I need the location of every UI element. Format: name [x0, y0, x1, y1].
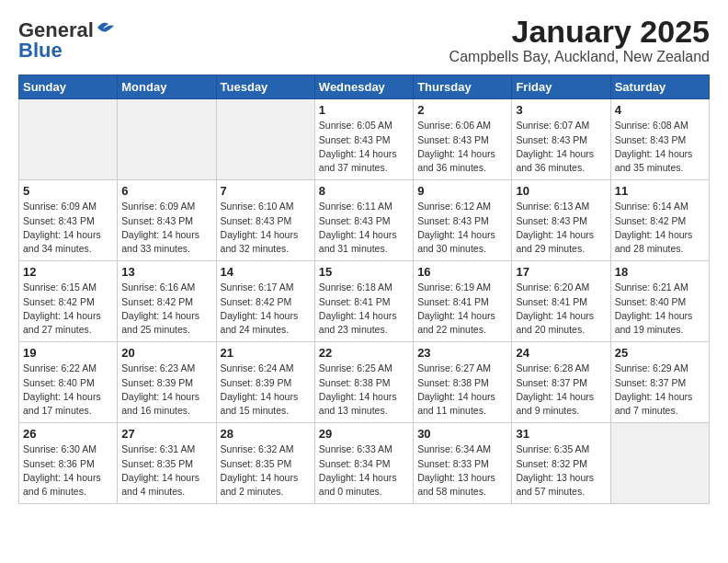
day-cell: 7Sunrise: 6:10 AM Sunset: 8:43 PM Daylig… [216, 180, 314, 261]
day-info: Sunrise: 6:09 AM Sunset: 8:43 PM Dayligh… [23, 200, 113, 256]
day-info: Sunrise: 6:09 AM Sunset: 8:43 PM Dayligh… [121, 200, 211, 256]
day-cell: 10Sunrise: 6:13 AM Sunset: 8:43 PM Dayli… [512, 180, 610, 261]
day-cell: 26Sunrise: 6:30 AM Sunset: 8:36 PM Dayli… [19, 423, 118, 504]
day-number: 4 [615, 103, 705, 117]
day-number: 14 [221, 265, 311, 279]
day-cell: 1Sunrise: 6:05 AM Sunset: 8:43 PM Daylig… [314, 99, 413, 180]
day-number: 6 [121, 184, 211, 198]
day-number: 21 [221, 346, 311, 360]
day-cell: 5Sunrise: 6:09 AM Sunset: 8:43 PM Daylig… [19, 180, 118, 261]
day-number: 2 [417, 103, 507, 117]
day-cell: 11Sunrise: 6:14 AM Sunset: 8:42 PM Dayli… [610, 180, 709, 261]
day-cell [610, 423, 709, 504]
day-cell: 31Sunrise: 6:35 AM Sunset: 8:32 PM Dayli… [512, 423, 610, 504]
day-number: 26 [23, 427, 113, 441]
day-number: 13 [121, 265, 211, 279]
day-number: 31 [516, 427, 606, 441]
day-number: 20 [121, 346, 211, 360]
col-header-sunday: Sunday [19, 75, 118, 99]
day-info: Sunrise: 6:35 AM Sunset: 8:32 PM Dayligh… [516, 442, 606, 499]
day-info: Sunrise: 6:11 AM Sunset: 8:43 PM Dayligh… [319, 200, 409, 256]
day-info: Sunrise: 6:17 AM Sunset: 8:42 PM Dayligh… [221, 281, 311, 337]
col-header-saturday: Saturday [610, 75, 709, 99]
day-info: Sunrise: 6:19 AM Sunset: 8:41 PM Dayligh… [417, 281, 507, 337]
day-number: 27 [121, 427, 211, 441]
day-cell: 19Sunrise: 6:22 AM Sunset: 8:40 PM Dayli… [19, 342, 118, 423]
day-info: Sunrise: 6:20 AM Sunset: 8:41 PM Dayligh… [516, 281, 606, 337]
day-number: 1 [319, 103, 409, 117]
day-number: 30 [417, 427, 507, 441]
day-info: Sunrise: 6:16 AM Sunset: 8:42 PM Dayligh… [121, 281, 211, 337]
day-number: 12 [23, 265, 113, 279]
day-number: 23 [417, 346, 507, 360]
day-number: 7 [221, 184, 311, 198]
page-header: General Blue January 2025 Campbells Bay,… [18, 15, 710, 65]
calendar-table: SundayMondayTuesdayWednesdayThursdayFrid… [18, 75, 710, 504]
logo-blue-text: Blue [18, 39, 63, 63]
week-row-5: 26Sunrise: 6:30 AM Sunset: 8:36 PM Dayli… [19, 423, 710, 504]
day-cell: 30Sunrise: 6:34 AM Sunset: 8:33 PM Dayli… [414, 423, 512, 504]
day-cell [216, 99, 314, 180]
week-row-1: 1Sunrise: 6:05 AM Sunset: 8:43 PM Daylig… [19, 99, 710, 180]
day-info: Sunrise: 6:07 AM Sunset: 8:43 PM Dayligh… [516, 119, 606, 175]
day-cell [19, 99, 118, 180]
day-number: 24 [516, 346, 606, 360]
day-info: Sunrise: 6:18 AM Sunset: 8:41 PM Dayligh… [319, 281, 409, 337]
day-cell: 23Sunrise: 6:27 AM Sunset: 8:38 PM Dayli… [414, 342, 512, 423]
day-info: Sunrise: 6:29 AM Sunset: 8:37 PM Dayligh… [615, 362, 705, 418]
day-number: 16 [417, 265, 507, 279]
col-header-wednesday: Wednesday [314, 75, 413, 99]
day-cell: 14Sunrise: 6:17 AM Sunset: 8:42 PM Dayli… [216, 261, 314, 342]
day-info: Sunrise: 6:31 AM Sunset: 8:35 PM Dayligh… [121, 442, 211, 499]
day-info: Sunrise: 6:22 AM Sunset: 8:40 PM Dayligh… [23, 362, 113, 418]
day-cell: 4Sunrise: 6:08 AM Sunset: 8:43 PM Daylig… [610, 99, 709, 180]
col-header-friday: Friday [512, 75, 610, 99]
day-cell: 3Sunrise: 6:07 AM Sunset: 8:43 PM Daylig… [512, 99, 610, 180]
day-cell: 21Sunrise: 6:24 AM Sunset: 8:39 PM Dayli… [216, 342, 314, 423]
day-number: 29 [319, 427, 409, 441]
day-info: Sunrise: 6:14 AM Sunset: 8:42 PM Dayligh… [615, 200, 705, 256]
day-number: 25 [615, 346, 705, 360]
calendar-body: 1Sunrise: 6:05 AM Sunset: 8:43 PM Daylig… [19, 99, 710, 504]
day-info: Sunrise: 6:13 AM Sunset: 8:43 PM Dayligh… [516, 200, 606, 256]
day-number: 8 [319, 184, 409, 198]
day-info: Sunrise: 6:24 AM Sunset: 8:39 PM Dayligh… [221, 362, 311, 418]
day-number: 3 [516, 103, 606, 117]
day-info: Sunrise: 6:21 AM Sunset: 8:40 PM Dayligh… [615, 281, 705, 337]
day-info: Sunrise: 6:06 AM Sunset: 8:43 PM Dayligh… [417, 119, 507, 175]
page-title: January 2025 [449, 15, 710, 49]
day-info: Sunrise: 6:08 AM Sunset: 8:43 PM Dayligh… [615, 119, 705, 175]
day-number: 11 [615, 184, 705, 198]
day-info: Sunrise: 6:32 AM Sunset: 8:35 PM Dayligh… [221, 442, 311, 499]
day-number: 28 [221, 427, 311, 441]
day-cell [118, 99, 216, 180]
day-number: 18 [615, 265, 705, 279]
day-cell: 25Sunrise: 6:29 AM Sunset: 8:37 PM Dayli… [610, 342, 709, 423]
day-cell: 29Sunrise: 6:33 AM Sunset: 8:34 PM Dayli… [314, 423, 413, 504]
day-cell: 18Sunrise: 6:21 AM Sunset: 8:40 PM Dayli… [610, 261, 709, 342]
day-cell: 13Sunrise: 6:16 AM Sunset: 8:42 PM Dayli… [118, 261, 216, 342]
title-block: January 2025 Campbells Bay, Auckland, Ne… [449, 15, 710, 65]
day-info: Sunrise: 6:34 AM Sunset: 8:33 PM Dayligh… [417, 442, 507, 499]
col-header-tuesday: Tuesday [216, 75, 314, 99]
day-info: Sunrise: 6:28 AM Sunset: 8:37 PM Dayligh… [516, 362, 606, 418]
calendar-header: SundayMondayTuesdayWednesdayThursdayFrid… [19, 75, 710, 99]
day-number: 19 [23, 346, 113, 360]
page-subtitle: Campbells Bay, Auckland, New Zealand [449, 49, 710, 65]
day-cell: 20Sunrise: 6:23 AM Sunset: 8:39 PM Dayli… [118, 342, 216, 423]
day-info: Sunrise: 6:12 AM Sunset: 8:43 PM Dayligh… [417, 200, 507, 256]
week-row-3: 12Sunrise: 6:15 AM Sunset: 8:42 PM Dayli… [19, 261, 710, 342]
day-cell: 16Sunrise: 6:19 AM Sunset: 8:41 PM Dayli… [414, 261, 512, 342]
day-cell: 28Sunrise: 6:32 AM Sunset: 8:35 PM Dayli… [216, 423, 314, 504]
header-row: SundayMondayTuesdayWednesdayThursdayFrid… [19, 75, 710, 99]
day-number: 17 [516, 265, 606, 279]
day-cell: 9Sunrise: 6:12 AM Sunset: 8:43 PM Daylig… [414, 180, 512, 261]
week-row-4: 19Sunrise: 6:22 AM Sunset: 8:40 PM Dayli… [19, 342, 710, 423]
day-cell: 12Sunrise: 6:15 AM Sunset: 8:42 PM Dayli… [19, 261, 118, 342]
col-header-thursday: Thursday [414, 75, 512, 99]
day-info: Sunrise: 6:23 AM Sunset: 8:39 PM Dayligh… [121, 362, 211, 418]
day-info: Sunrise: 6:25 AM Sunset: 8:38 PM Dayligh… [319, 362, 409, 418]
day-number: 15 [319, 265, 409, 279]
day-cell: 27Sunrise: 6:31 AM Sunset: 8:35 PM Dayli… [118, 423, 216, 504]
day-info: Sunrise: 6:05 AM Sunset: 8:43 PM Dayligh… [319, 119, 409, 175]
